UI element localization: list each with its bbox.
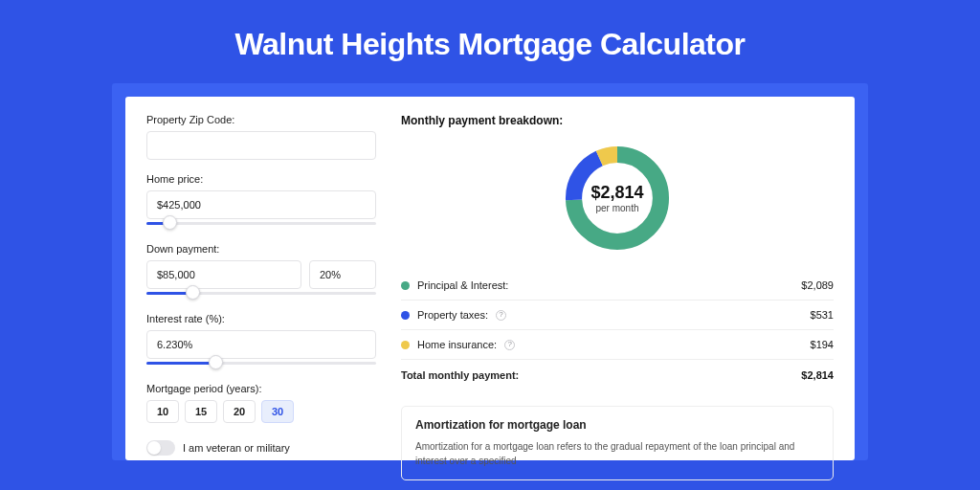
zip-input[interactable] [146,131,376,160]
veteran-toggle[interactable] [146,440,175,456]
breakdown-total-row: Total monthly payment: $2,814 [401,360,834,390]
donut-sub: per month [595,203,638,213]
down-payment-slider[interactable] [146,288,376,300]
calculator-card: Property Zip Code: Home price: Down paym… [125,97,855,460]
period-button-30[interactable]: 30 [261,400,294,423]
info-icon[interactable]: ? [504,340,515,350]
breakdown-value: $194 [811,339,834,350]
breakdown-row: Property taxes:?$531 [401,301,834,330]
home-price-field-group: Home price: [146,173,376,230]
breakdown-label: Property taxes: [417,309,488,321]
info-icon[interactable]: ? [496,310,506,321]
period-button-10[interactable]: 10 [146,400,179,423]
interest-label: Interest rate (%): [146,313,376,324]
breakdown-rows: Principal & Interest:$2,089Property taxe… [401,271,834,360]
breakdown-heading: Monthly payment breakdown: [401,114,834,127]
breakdown-column: Monthly payment breakdown: $2,814 per mo… [401,114,834,460]
breakdown-value: $531 [811,309,834,321]
home-price-slider[interactable] [146,218,376,230]
interest-slider[interactable] [146,358,376,369]
legend-dot [401,341,410,349]
interest-field-group: Interest rate (%): [146,313,376,369]
down-payment-pct-input[interactable] [309,260,376,289]
period-field-group: Mortgage period (years): 10152030 [146,383,376,423]
breakdown-value: $2,089 [801,279,834,291]
veteran-row: I am veteran or military [146,440,376,456]
interest-input[interactable] [146,330,376,359]
down-payment-field-group: Down payment: [146,243,376,300]
down-payment-label: Down payment: [146,243,376,255]
zip-label: Property Zip Code: [146,114,376,125]
inputs-column: Property Zip Code: Home price: Down paym… [146,114,376,460]
period-button-15[interactable]: 15 [185,400,217,423]
slider-track [146,222,376,225]
slider-thumb[interactable] [209,355,223,369]
veteran-label: I am veteran or military [183,442,290,454]
breakdown-row: Home insurance:?$194 [401,330,834,360]
amortization-title: Amortization for mortgage loan [415,418,819,432]
donut-amount: $2,814 [590,183,643,203]
down-payment-input[interactable] [146,260,301,289]
legend-dot [401,281,410,290]
breakdown-label: Principal & Interest: [417,279,508,291]
zip-field-group: Property Zip Code: [146,114,376,160]
period-buttons: 10152030 [146,400,376,423]
total-label: Total monthly payment: [401,369,519,381]
amortization-card: Amortization for mortgage loan Amortizat… [401,406,834,480]
slider-thumb[interactable] [163,215,177,230]
period-label: Mortgage period (years): [146,383,376,394]
donut-chart: $2,814 per month [560,141,675,256]
total-value: $2,814 [801,369,834,381]
breakdown-label: Home insurance: [417,339,497,350]
amortization-text: Amortization for a mortgage loan refers … [415,439,819,468]
toggle-knob [147,441,161,455]
slider-fill [146,362,215,365]
home-price-label: Home price: [146,173,376,185]
donut-center: $2,814 per month [560,141,675,256]
home-price-input[interactable] [146,190,376,219]
breakdown-row: Principal & Interest:$2,089 [401,271,834,301]
donut-wrap: $2,814 per month [401,127,834,271]
period-button-20[interactable]: 20 [223,400,256,423]
slider-thumb[interactable] [186,285,200,300]
legend-dot [401,311,410,320]
content-inset: Property Zip Code: Home price: Down paym… [112,83,868,460]
page-title: Walnut Heights Mortgage Calculator [0,0,980,83]
